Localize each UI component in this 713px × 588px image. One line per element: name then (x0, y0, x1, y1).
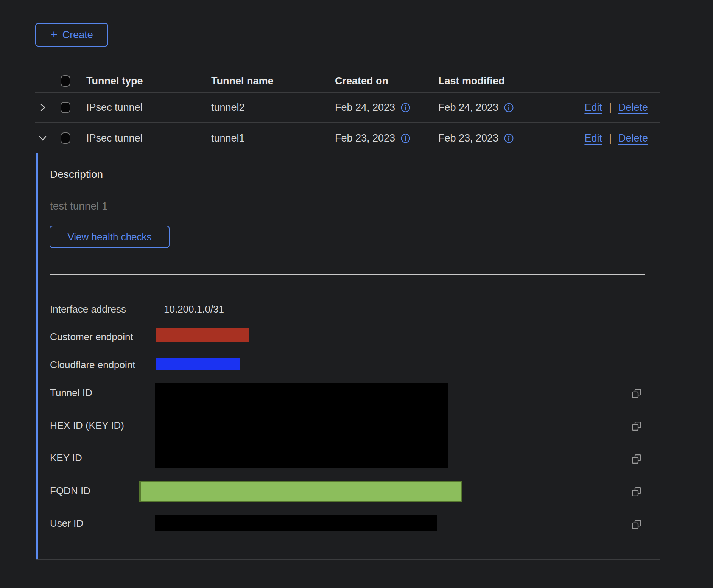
user-id-label: User ID (50, 518, 83, 529)
tunnel-type-cell: IPsec tunnel (86, 132, 211, 144)
ids-redacted-value (155, 383, 448, 468)
delete-link[interactable]: Delete (618, 102, 648, 114)
tunnel-name-cell: tunnel1 (211, 132, 335, 144)
actions-separator: | (609, 132, 612, 144)
copy-icon-tunnel-id[interactable] (631, 388, 642, 399)
table-row: IPsec tunnel tunnel2 Feb 24, 2023 Feb 24… (35, 93, 660, 123)
tunnel-detail-panel: Description test tunnel 1 View health ch… (36, 153, 660, 559)
table-row: IPsec tunnel tunnel1 Feb 23, 2023 Feb 23… (35, 123, 660, 153)
header-created-on: Created on (335, 75, 438, 87)
customer-endpoint-redacted-value (156, 328, 249, 342)
tunnel-name-cell: tunnel2 (211, 102, 335, 114)
created-on-cell: Feb 24, 2023 (335, 102, 438, 114)
select-all-checkbox[interactable] (61, 75, 70, 87)
user-id-redacted-value (155, 515, 437, 531)
copy-icon-fqdn-id[interactable] (631, 486, 642, 498)
copy-icon-key-id[interactable] (631, 453, 642, 465)
create-button-label: Create (62, 29, 93, 41)
cloudflare-endpoint-redacted-value (156, 358, 240, 370)
tunnel-id-label: Tunnel ID (50, 387, 92, 399)
created-on-value: Feb 23, 2023 (335, 132, 395, 144)
description-value: test tunnel 1 (50, 200, 108, 212)
fqdn-id-label: FQDN ID (50, 485, 90, 497)
row-checkbox[interactable] (61, 102, 70, 113)
header-last-modified: Last modified (438, 75, 583, 87)
create-button[interactable]: + Create (35, 23, 108, 47)
chevron-right-icon[interactable] (37, 102, 48, 113)
info-icon[interactable] (504, 133, 514, 143)
edit-link[interactable]: Edit (584, 132, 602, 144)
copy-icon-hex-id[interactable] (631, 420, 642, 432)
row-checkbox[interactable] (61, 132, 70, 144)
fqdn-id-redacted-value (139, 481, 462, 502)
cloudflare-endpoint-label: Cloudflare endpoint (50, 359, 135, 371)
customer-endpoint-label: Customer endpoint (50, 331, 133, 343)
panel-bottom-divider (36, 559, 660, 560)
info-icon[interactable] (400, 133, 411, 143)
row-actions-cell: Edit | Delete (583, 132, 660, 144)
view-health-checks-button[interactable]: View health checks (50, 226, 170, 248)
description-label: Description (50, 168, 103, 180)
last-modified-cell: Feb 24, 2023 (438, 102, 583, 114)
key-id-label: KEY ID (50, 452, 82, 464)
row-actions-cell: Edit | Delete (583, 102, 660, 114)
edit-link[interactable]: Edit (584, 102, 602, 114)
row-expander-cell (35, 133, 61, 143)
last-modified-value: Feb 23, 2023 (438, 132, 498, 144)
tunnel-type-cell: IPsec tunnel (86, 102, 211, 114)
info-icon[interactable] (400, 103, 411, 113)
header-tunnel-name: Tunnel name (211, 75, 335, 87)
chevron-down-icon[interactable] (37, 133, 48, 143)
select-all-checkbox-cell (61, 75, 86, 87)
interface-address-value: 10.200.1.0/31 (164, 303, 224, 315)
info-icon[interactable] (504, 103, 514, 113)
created-on-value: Feb 24, 2023 (335, 102, 395, 114)
hex-id-label: HEX ID (KEY ID) (50, 420, 124, 431)
delete-link[interactable]: Delete (618, 132, 648, 144)
table-header-row: Tunnel type Tunnel name Created on Last … (35, 70, 660, 93)
interface-address-label: Interface address (50, 303, 126, 315)
last-modified-value: Feb 24, 2023 (438, 102, 498, 114)
tunnels-table: Tunnel type Tunnel name Created on Last … (35, 70, 660, 153)
header-tunnel-type: Tunnel type (86, 75, 211, 87)
last-modified-cell: Feb 23, 2023 (438, 132, 583, 144)
actions-separator: | (609, 102, 612, 114)
row-expander-cell (35, 102, 61, 113)
row-checkbox-cell (61, 102, 86, 113)
plus-icon: + (50, 28, 58, 40)
detail-divider (50, 274, 645, 275)
created-on-cell: Feb 23, 2023 (335, 132, 438, 144)
copy-icon-user-id[interactable] (631, 519, 642, 530)
row-checkbox-cell (61, 132, 86, 144)
